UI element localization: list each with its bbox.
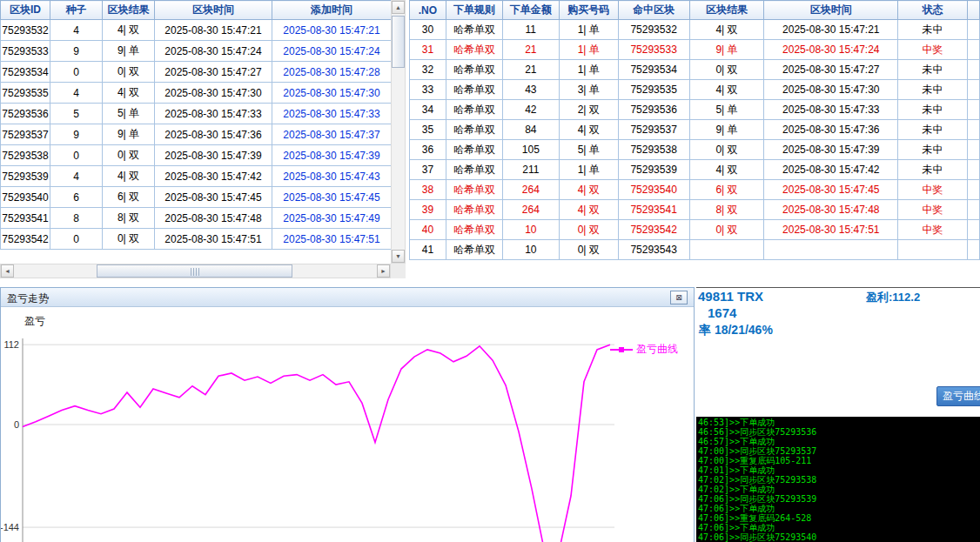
- table-row[interactable]: 7529353799| 单2025-08-30 15:47:362025-08-…: [1, 124, 392, 145]
- cell: 0| 双: [559, 240, 618, 260]
- cell: 39: [410, 200, 446, 220]
- cell: 75293543: [618, 240, 689, 260]
- table-row[interactable]: 40哈希单双100| 双752935420| 双2025-08-30 15:47…: [410, 220, 980, 240]
- blocks-horizontal-scrollbar[interactable]: ◄ ►: [0, 264, 391, 278]
- cell: 2025-08-30 15:47:21: [764, 20, 898, 40]
- table-row[interactable]: 7529353544| 双2025-08-30 15:47:302025-08-…: [1, 83, 392, 104]
- column-header[interactable]: 添加时间: [272, 1, 392, 20]
- cell: 8| 双: [689, 200, 764, 220]
- profit-curve-button[interactable]: 盈亏曲线: [936, 386, 980, 406]
- table-row[interactable]: 7529354200| 双2025-08-30 15:47:512025-08-…: [1, 229, 392, 250]
- cell: 5| 单: [103, 104, 155, 124]
- table-row[interactable]: 37哈希单双2111| 单752935394| 双2025-08-30 15:4…: [410, 160, 980, 180]
- cell: 42: [502, 100, 559, 120]
- cell: 2025-08-30 15:47:28: [272, 62, 392, 83]
- cell: 75293533: [1, 41, 50, 62]
- scroll-left-button[interactable]: ◄: [1, 264, 14, 278]
- scroll-down-button[interactable]: ▼: [392, 250, 405, 263]
- cell: 哈希单双: [446, 80, 502, 100]
- chart-legend: 盈亏曲线: [610, 342, 678, 357]
- cell: 2025-08-30 15:47:21: [155, 20, 272, 41]
- cell: 31: [410, 40, 446, 60]
- cell: 75293532: [1, 20, 50, 41]
- cell: 2025-08-30 15:47:49: [272, 208, 392, 229]
- cell: 5| 单: [559, 140, 618, 160]
- scroll-up-button[interactable]: ▲: [392, 1, 405, 14]
- cell: 哈希单双: [446, 160, 502, 180]
- table-row[interactable]: 33哈希单双433| 单752935354| 双2025-08-30 15:47…: [410, 80, 980, 100]
- table-row[interactable]: 39哈希单双2644| 双752935418| 双2025-08-30 15:4…: [410, 200, 980, 220]
- cell: 未中: [898, 120, 968, 140]
- orders-table: .NO下单规则下单金额购买号码命中区块区块结果区块时间状态30哈希单双111| …: [409, 0, 980, 260]
- cell: 6| 双: [103, 187, 155, 208]
- column-header[interactable]: 区块时间: [155, 1, 272, 20]
- column-header[interactable]: 命中区块: [618, 1, 689, 20]
- window-control-button[interactable]: ⊠: [670, 291, 688, 304]
- cell: 0| 双: [103, 229, 155, 250]
- column-header[interactable]: 下单金额: [502, 1, 559, 20]
- cell: 2025-08-30 15:47:39: [155, 145, 272, 166]
- cell: 1| 单: [559, 40, 618, 60]
- table-row[interactable]: 7529353800| 双2025-08-30 15:47:392025-08-…: [1, 145, 392, 166]
- log-line: 46:57]>>下单成功: [698, 437, 980, 446]
- cell: 哈希单双: [446, 20, 502, 40]
- table-row[interactable]: 7529353400| 双2025-08-30 15:47:272025-08-…: [1, 62, 392, 83]
- scroll-right-button[interactable]: ►: [377, 264, 390, 278]
- column-header[interactable]: 下单规则: [446, 1, 502, 20]
- window-control-icon: ⊠: [675, 293, 682, 302]
- cell: 中奖: [898, 180, 968, 200]
- y-axis-title: 盈亏: [24, 314, 45, 329]
- cell: [967, 180, 979, 200]
- blocks-vertical-scrollbar[interactable]: ▲ ▼: [391, 0, 406, 264]
- log-line: 47:06]>>下单成功: [698, 504, 980, 513]
- table-row[interactable]: 35哈希单双844| 双752935379| 单2025-08-30 15:47…: [410, 120, 980, 140]
- column-header[interactable]: 种子: [50, 1, 103, 20]
- cell: 2025-08-30 15:47:45: [155, 187, 272, 208]
- log-line: 47:00]>>同步区块75293537: [698, 446, 980, 456]
- column-header[interactable]: 区块结果: [103, 1, 155, 20]
- column-header[interactable]: 区块时间: [764, 1, 898, 20]
- column-header[interactable]: 购买号码: [559, 1, 618, 20]
- cell: 0| 双: [559, 220, 618, 240]
- table-row[interactable]: 7529354066| 双2025-08-30 15:47:452025-08-…: [1, 187, 392, 208]
- table-row[interactable]: 38哈希单双2644| 双752935406| 双2025-08-30 15:4…: [410, 180, 980, 200]
- cell: 2025-08-30 15:47:43: [272, 166, 392, 187]
- log-line: 47:06]>>重复底码264-528: [698, 513, 980, 523]
- window-titlebar[interactable]: 盈亏走势 ⊠: [1, 288, 694, 307]
- profit-line-series: [23, 345, 610, 542]
- table-row[interactable]: 31哈希单双211| 单752935339| 单2025-08-30 15:47…: [410, 40, 980, 60]
- log-line: 47:02]>>下单成功: [698, 485, 980, 494]
- table-row[interactable]: 7529353944| 双2025-08-30 15:47:422025-08-…: [1, 166, 392, 187]
- column-header[interactable]: .NO: [410, 1, 446, 20]
- cell: 75293541: [618, 200, 689, 220]
- table-row[interactable]: 36哈希单双1055| 单752935380| 双2025-08-30 15:4…: [410, 140, 980, 160]
- cell: 0: [50, 145, 103, 166]
- column-header[interactable]: 区块ID: [1, 1, 50, 20]
- cell: 2025-08-30 15:47:39: [272, 145, 392, 166]
- table-row[interactable]: 32哈希单双211| 单752935340| 双2025-08-30 15:47…: [410, 60, 980, 80]
- column-header[interactable]: 状态: [898, 1, 968, 20]
- cell: 2025-08-30 15:47:37: [272, 124, 392, 145]
- scroll-left-icon: ◄: [4, 268, 10, 274]
- cell: 75293534: [1, 62, 50, 83]
- blocks-table: 区块ID种子区块结果区块时间添加时间7529353244| 双2025-08-3…: [0, 0, 406, 250]
- table-row[interactable]: 7529353655| 单2025-08-30 15:47:332025-08-…: [1, 104, 392, 124]
- column-header[interactable]: 区块结果: [689, 1, 764, 20]
- console-log[interactable]: 46:53]>>下单成功46:56]>>同步区块7529353646:57]>>…: [696, 417, 980, 542]
- cell: 5: [50, 104, 103, 124]
- table-row[interactable]: 41哈希单双100| 双75293543: [410, 240, 980, 260]
- cell: 75293542: [1, 229, 50, 250]
- scroll-right-icon: ►: [380, 268, 386, 274]
- cell: [967, 100, 979, 120]
- table-row[interactable]: 30哈希单双111| 单752935324| 双2025-08-30 15:47…: [410, 20, 980, 40]
- vertical-scrollbar-thumb[interactable]: [392, 16, 405, 68]
- table-row[interactable]: 34哈希单双422| 双752935365| 单2025-08-30 15:47…: [410, 100, 980, 120]
- table-row[interactable]: 7529354188| 双2025-08-30 15:47:482025-08-…: [1, 208, 392, 229]
- cell: 2025-08-30 15:47:48: [155, 208, 272, 229]
- table-row[interactable]: 7529353244| 双2025-08-30 15:47:212025-08-…: [1, 20, 392, 41]
- cell: [967, 160, 979, 180]
- column-header[interactable]: [967, 1, 979, 20]
- horizontal-scrollbar-thumb[interactable]: [97, 264, 292, 278]
- chart-area: 1120-144 盈亏 盈亏曲线: [1, 307, 694, 542]
- table-row[interactable]: 7529353399| 单2025-08-30 15:47:242025-08-…: [1, 41, 392, 62]
